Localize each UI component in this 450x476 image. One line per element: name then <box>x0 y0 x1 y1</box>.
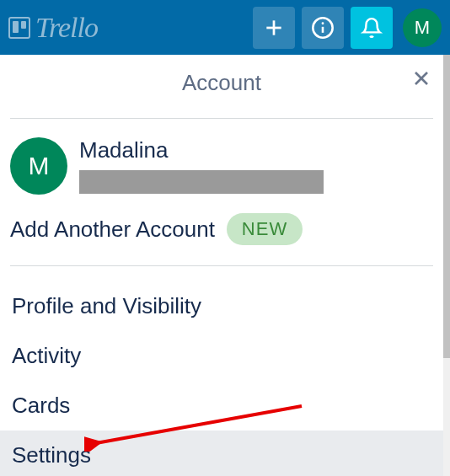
bell-icon <box>361 17 383 39</box>
close-icon <box>411 68 431 88</box>
trello-logo[interactable]: Trello <box>8 12 98 44</box>
add-account-label: Add Another Account <box>10 217 215 243</box>
panel-title: Account <box>182 70 261 95</box>
create-button[interactable] <box>253 7 295 49</box>
account-email-redacted <box>79 170 324 194</box>
user-avatar-button[interactable]: M <box>403 8 442 47</box>
notifications-button[interactable] <box>351 7 393 49</box>
info-button[interactable] <box>302 7 344 49</box>
add-account-row[interactable]: Add Another Account NEW <box>0 206 443 265</box>
account-info: Madalina <box>79 137 324 194</box>
app-topbar: Trello M <box>0 0 450 55</box>
menu-cards[interactable]: Cards <box>0 381 443 431</box>
account-panel: Account M Madalina Add Another Account N… <box>0 55 443 476</box>
account-name: Madalina <box>79 137 324 163</box>
menu-profile-visibility[interactable]: Profile and Visibility <box>0 281 443 331</box>
svg-point-4 <box>322 22 324 24</box>
trello-logo-mark <box>8 17 30 39</box>
menu-activity[interactable]: Activity <box>0 331 443 381</box>
avatar-initial: M <box>415 17 430 39</box>
close-button[interactable] <box>408 65 435 95</box>
trello-logo-text: Trello <box>35 12 98 44</box>
current-account[interactable]: M Madalina <box>0 119 443 206</box>
account-avatar: M <box>10 137 67 195</box>
scrollbar[interactable] <box>443 55 450 476</box>
plus-icon <box>263 17 285 39</box>
divider <box>10 265 433 266</box>
panel-header: Account <box>10 55 433 119</box>
new-badge: NEW <box>227 213 303 245</box>
scrollbar-thumb[interactable] <box>443 55 450 358</box>
avatar-initial: M <box>29 152 50 180</box>
info-icon <box>311 16 335 40</box>
menu-settings[interactable]: Settings <box>0 431 443 476</box>
